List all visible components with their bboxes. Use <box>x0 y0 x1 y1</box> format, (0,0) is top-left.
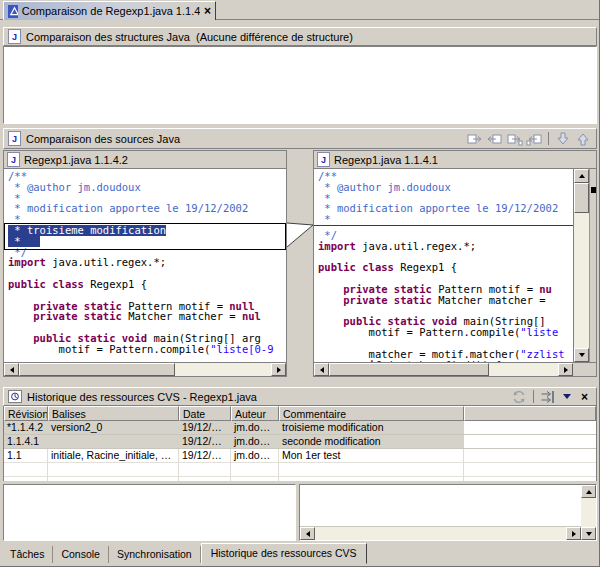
scroll-up-button[interactable] <box>581 485 596 498</box>
copy-all-left-to-right-icon[interactable] <box>465 131 483 147</box>
diff-change-marker[interactable] <box>591 187 596 193</box>
code-line[interactable] <box>4 322 286 333</box>
code-line[interactable]: motif = Pattern.compile("liste[0-9 <box>4 344 286 355</box>
code-line[interactable]: * <box>314 193 573 204</box>
right-vertical-scrollbar[interactable] <box>573 169 589 362</box>
right-horizontal-scrollbar[interactable] <box>314 362 573 376</box>
code-line[interactable]: private static Pattern motif = nu <box>314 284 573 295</box>
code-token: "liste[0-9 <box>210 344 273 355</box>
code-line[interactable]: * <box>314 214 573 225</box>
scroll-down-button[interactable] <box>581 527 596 540</box>
copy-all-right-to-left-icon[interactable] <box>485 131 503 147</box>
scrollbar-track[interactable] <box>19 363 271 376</box>
column-header-auteur[interactable]: Auteur <box>231 406 279 421</box>
diff-overview-ruler[interactable] <box>589 169 596 362</box>
next-difference-icon[interactable] <box>554 131 572 147</box>
code-line[interactable]: private static Matcher matcher = <box>314 295 573 306</box>
tag-detail-panel[interactable] <box>3 484 296 541</box>
code-line[interactable]: import java.util.regex.*; <box>4 257 286 268</box>
scroll-left-button[interactable] <box>4 363 19 376</box>
scroll-right-button[interactable] <box>271 363 286 376</box>
structure-compare-content[interactable] <box>3 46 597 124</box>
source-compare-header: J Comparaison des sources Java <box>3 128 597 149</box>
scrollbar-thumb[interactable] <box>329 363 489 376</box>
scrollbar-track[interactable] <box>581 498 596 527</box>
table-row[interactable]: 1.1.4.119/12/02...jm.doudouxseconde modi… <box>4 435 596 449</box>
code-line[interactable] <box>4 268 286 279</box>
code-token: main(String[] <box>457 316 546 327</box>
column-header-commentaire[interactable]: Commentaire <box>279 406 464 421</box>
comment-detail-content[interactable] <box>300 485 581 526</box>
code-line[interactable]: public static void main(String[] <box>314 316 573 327</box>
code-token <box>318 295 343 306</box>
refresh-icon[interactable] <box>510 389 528 405</box>
column-header-date[interactable]: Date <box>179 406 231 421</box>
code-line[interactable]: public class Regexp1 { <box>314 262 573 273</box>
code-line[interactable]: matcher = motif.matcher("zzlist <box>314 349 573 360</box>
right-code-area[interactable]: /** * @author jm.doudoux * * modificatio… <box>314 169 573 362</box>
code-line[interactable] <box>314 306 573 317</box>
code-line[interactable]: public static void main(String[] arg <box>4 333 286 344</box>
scroll-left-button[interactable] <box>300 527 315 540</box>
comment-vertical-scrollbar[interactable] <box>581 485 596 540</box>
close-view-icon[interactable]: × <box>577 392 592 402</box>
code-token: * <box>8 193 21 204</box>
code-line[interactable]: import java.util.regex.*; <box>314 241 573 252</box>
view-tab-historique-des-ressources-cvs[interactable]: Historique des ressources CVS <box>201 543 367 564</box>
copy-current-left-to-right-icon[interactable] <box>505 131 523 147</box>
code-line[interactable]: /** <box>4 171 286 182</box>
code-line[interactable]: */ <box>314 230 573 241</box>
code-line[interactable] <box>314 338 573 349</box>
table-row[interactable] <box>4 477 596 481</box>
scrollbar-track[interactable] <box>574 183 589 348</box>
scrollbar-track[interactable] <box>315 527 566 540</box>
comment-horizontal-scrollbar[interactable] <box>300 526 581 540</box>
compare-editor-icon <box>8 5 18 18</box>
table-cell <box>279 477 464 481</box>
column-header-spacer[interactable] <box>464 406 596 421</box>
code-line[interactable]: /** <box>314 171 573 182</box>
code-line[interactable]: * troisieme modification <box>4 225 286 236</box>
editor-tab-comparison[interactable]: Comparaison de Regexp1.java 1.1.4.2 et 1… <box>3 1 216 20</box>
code-line[interactable]: * modification apportee le 19/12/2002 <box>4 203 286 214</box>
left-code-area[interactable]: /** * @author jm.doudoux * * modificatio… <box>4 169 286 362</box>
code-line[interactable]: motif = Pattern.compile("liste <box>314 327 573 338</box>
code-line[interactable]: private static Pattern motif = null <box>4 301 286 312</box>
column-header-balises[interactable]: Balises <box>48 406 179 421</box>
scroll-left-button[interactable] <box>314 363 329 376</box>
link-with-editor-icon[interactable] <box>539 389 557 405</box>
code-token: private static <box>343 295 432 306</box>
left-horizontal-scrollbar[interactable] <box>4 362 286 376</box>
code-line[interactable]: public class Regexp1 { <box>4 279 286 290</box>
code-line[interactable]: * @author jm.doudoux <box>4 182 286 193</box>
scrollbar-thumb[interactable] <box>19 363 175 376</box>
scroll-up-button[interactable] <box>574 169 589 183</box>
code-line[interactable]: private static Matcher matcher = nul <box>4 311 286 322</box>
code-line[interactable]: */ <box>4 247 286 258</box>
view-tab-synchronisation[interactable]: Synchronisation <box>109 546 201 563</box>
code-line[interactable] <box>4 290 286 301</box>
previous-difference-icon[interactable] <box>574 131 592 147</box>
table-row[interactable]: *1.1.4.2version2_019/12/02...jm.doudouxt… <box>4 421 596 435</box>
code-line[interactable]: * <box>4 214 286 225</box>
scroll-down-button[interactable] <box>574 348 589 362</box>
code-line[interactable]: * <box>4 236 286 247</box>
table-cell: initiale, Racine_initiale, version1... <box>48 449 179 462</box>
column-header-révision[interactable]: Révision <box>4 406 48 421</box>
code-line[interactable]: * modification apportee le 19/12/2002 <box>314 203 573 214</box>
editor-tab-close-icon[interactable]: × <box>204 6 211 16</box>
copy-current-right-to-left-icon[interactable] <box>525 131 543 147</box>
scroll-right-button[interactable] <box>566 527 581 540</box>
view-tab-console[interactable]: Console <box>53 546 109 563</box>
scrollbar-thumb[interactable] <box>574 183 589 213</box>
code-line[interactable] <box>314 252 573 263</box>
code-line[interactable]: * <box>4 193 286 204</box>
code-line[interactable] <box>314 273 573 284</box>
code-line[interactable]: * @author jm.doudoux <box>314 182 573 193</box>
view-menu-icon[interactable] <box>563 394 571 399</box>
view-tab-t-ches[interactable]: Tâches <box>2 546 53 563</box>
scroll-right-button[interactable] <box>558 363 573 376</box>
table-row[interactable]: 1.1initiale, Racine_initiale, version1..… <box>4 449 596 463</box>
scrollbar-track[interactable] <box>329 363 558 376</box>
table-row[interactable] <box>4 463 596 477</box>
